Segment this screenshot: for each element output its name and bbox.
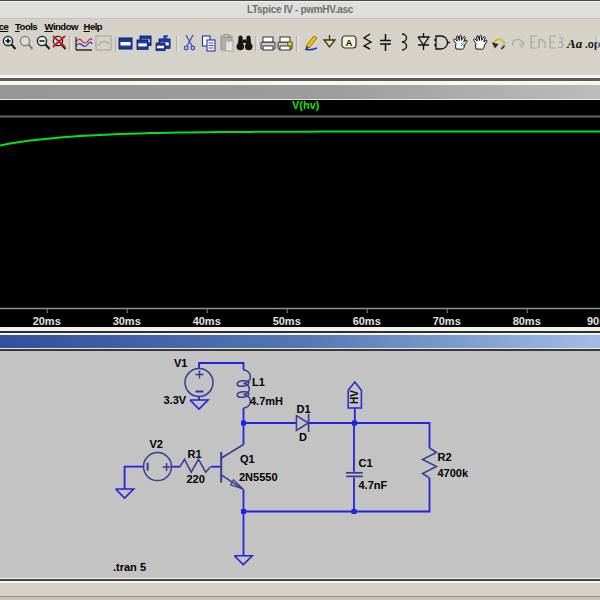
svg-text:4.7nF: 4.7nF — [359, 479, 388, 491]
svg-text:L1: L1 — [252, 376, 265, 388]
svg-text:30ms: 30ms — [113, 315, 141, 327]
svg-text:V1: V1 — [174, 357, 187, 369]
svg-text:R2: R2 — [438, 451, 452, 463]
svg-text:20ms: 20ms — [33, 315, 61, 327]
svg-text:50ms: 50ms — [273, 315, 301, 327]
svg-text:Q1: Q1 — [240, 453, 255, 465]
svg-text:4.7mH: 4.7mH — [250, 395, 283, 407]
svg-text:70ms: 70ms — [433, 315, 461, 327]
svg-text:60ms: 60ms — [353, 315, 381, 327]
svg-text:C1: C1 — [359, 457, 373, 469]
svg-text:220: 220 — [187, 473, 205, 485]
svg-text:R1: R1 — [188, 448, 202, 460]
svg-text:D: D — [299, 431, 307, 443]
svg-text:3.3V: 3.3V — [164, 394, 187, 406]
svg-text:80ms: 80ms — [513, 315, 541, 327]
svg-text:90ms: 90ms — [587, 315, 600, 327]
svg-text:D1: D1 — [297, 403, 311, 415]
svg-text:4700k: 4700k — [438, 467, 469, 479]
svg-text:A: A — [346, 38, 353, 48]
svg-text:.tran 5: .tran 5 — [113, 561, 146, 573]
svg-text:40ms: 40ms — [193, 315, 221, 327]
svg-text:2N5550: 2N5550 — [239, 471, 278, 483]
svg-text:Aa: Aa — [566, 36, 583, 51]
svg-text:HV: HV — [349, 390, 360, 404]
svg-text:V2: V2 — [150, 438, 163, 450]
